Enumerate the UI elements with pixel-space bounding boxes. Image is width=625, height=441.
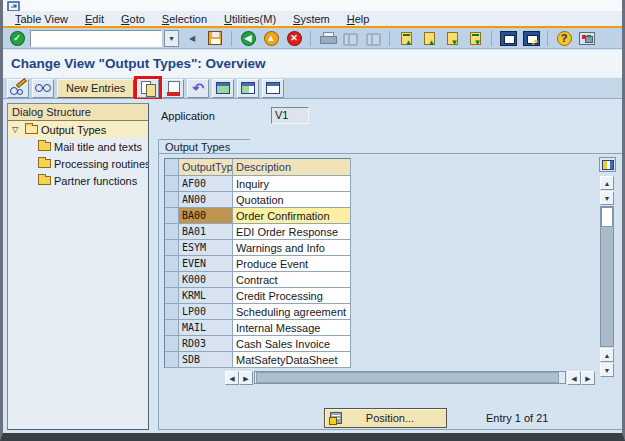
outputtype-cell[interactable]: RD03	[179, 336, 233, 352]
select-all-header-cell[interactable]	[165, 159, 179, 176]
menu-goto[interactable]: Goto	[121, 13, 145, 25]
save-button[interactable]	[205, 29, 225, 48]
description-cell[interactable]: Cash Sales Invoice	[233, 336, 351, 352]
last-page-button[interactable]: ▼	[465, 29, 485, 48]
row-select-cell[interactable]	[165, 256, 179, 272]
description-cell[interactable]: Produce Event	[233, 256, 351, 272]
first-page-button[interactable]: ▲	[396, 29, 416, 48]
select-block-button[interactable]	[237, 79, 259, 98]
menu-edit[interactable]: Edit	[85, 13, 104, 25]
create-shortcut-button[interactable]: ↗	[521, 29, 541, 48]
description-cell[interactable]: EDI Order Response	[233, 224, 351, 240]
scroll-down-button[interactable]: ▼	[600, 191, 614, 205]
outputtype-cell[interactable]: AF00	[179, 176, 233, 192]
tree-item-partner-functions[interactable]: Partner functions	[8, 172, 148, 189]
outputtype-cell[interactable]: KRML	[179, 288, 233, 304]
tree-expander-icon[interactable]: ▽	[12, 125, 22, 134]
find-next-button[interactable]	[363, 29, 383, 48]
delete-icon	[167, 81, 180, 96]
exit-button[interactable]: ▲	[261, 29, 281, 48]
row-select-cell[interactable]	[165, 240, 179, 256]
description-cell[interactable]: Quotation	[233, 192, 351, 208]
scroll-right-button[interactable]: ▶	[239, 371, 253, 385]
tree-item-mail-title[interactable]: Mail title and texts	[8, 138, 148, 155]
menu-system[interactable]: System	[293, 13, 330, 25]
row-select-cell[interactable]	[165, 352, 179, 368]
outputtype-cell[interactable]: EVEN	[179, 256, 233, 272]
scroll-up-button-bottom[interactable]: ▲	[600, 348, 614, 362]
row-select-cell[interactable]	[165, 176, 179, 192]
cancel-button[interactable]: ✕	[284, 29, 304, 48]
outputtype-cell[interactable]: ESYM	[179, 240, 233, 256]
customize-layout-button[interactable]	[577, 29, 597, 48]
description-cell[interactable]: MatSafetyDataSheet	[233, 352, 351, 368]
row-select-cell[interactable]	[165, 272, 179, 288]
description-cell[interactable]: Credit Processing	[233, 288, 351, 304]
description-cell[interactable]: Order Confirmation	[233, 208, 351, 224]
output-types-tab[interactable]: Output Types	[158, 139, 262, 154]
back-button[interactable]: ◀	[238, 29, 258, 48]
scroll-left-button[interactable]: ◀	[225, 371, 239, 385]
menu-selection[interactable]: Selection	[162, 13, 207, 25]
description-cell[interactable]: Inquiry	[233, 176, 351, 192]
menu-help[interactable]: Help	[347, 13, 370, 25]
horizontal-scrollbar-thumb[interactable]	[256, 372, 559, 383]
delete-button[interactable]	[162, 79, 184, 98]
row-select-cell[interactable]	[165, 288, 179, 304]
description-cell[interactable]: Scheduling agreement	[233, 304, 351, 320]
print-button[interactable]	[317, 29, 337, 48]
copy-as-button[interactable]	[137, 79, 159, 98]
scroll-left-button-right[interactable]: ◀	[567, 371, 581, 385]
outputtype-cell[interactable]: MAIL	[179, 320, 233, 336]
row-select-cell[interactable]	[165, 336, 179, 352]
horizontal-scrollbar-track[interactable]	[254, 371, 566, 384]
vertical-scrollbar-thumb[interactable]	[601, 207, 613, 227]
collapse-button[interactable]: ◀	[182, 29, 202, 48]
next-page-button[interactable]: ▼	[442, 29, 462, 48]
scroll-right-button-right[interactable]: ▶	[581, 371, 595, 385]
new-entries-button[interactable]: New Entries	[57, 79, 134, 98]
row-select-cell[interactable]	[165, 208, 179, 224]
row-select-cell[interactable]	[165, 320, 179, 336]
description-cell[interactable]: Warnings and Info	[233, 240, 351, 256]
command-dropdown-button[interactable]: ▾	[164, 30, 179, 47]
table-row: BA01EDI Order Response	[165, 224, 351, 240]
outputtype-cell[interactable]: BA00	[179, 208, 233, 224]
row-select-cell[interactable]	[165, 192, 179, 208]
position-button[interactable]: Position...	[324, 408, 447, 428]
outputtype-cell[interactable]: K000	[179, 272, 233, 288]
help-button[interactable]: ?	[554, 29, 574, 48]
scroll-down-button-bottom[interactable]: ▼	[600, 363, 614, 377]
outputtype-cell[interactable]: BA01	[179, 224, 233, 240]
tree-item-output-types[interactable]: ▽ Output Types	[8, 121, 148, 138]
application-value-field[interactable]: V1	[271, 107, 309, 124]
row-select-cell[interactable]	[165, 304, 179, 320]
row-select-cell[interactable]	[165, 224, 179, 240]
command-input[interactable]	[30, 30, 162, 47]
select-all-button[interactable]	[212, 79, 234, 98]
undo-change-button[interactable]: ↶	[187, 79, 209, 98]
previous-page-button[interactable]: ▲	[419, 29, 439, 48]
outputtype-cell[interactable]: AN00	[179, 192, 233, 208]
table-settings-button[interactable]	[599, 157, 616, 172]
menu-utilities[interactable]: Utilities(M)	[224, 13, 276, 25]
output-types-groupbox: OutputType Description AF00Inquiry AN00Q…	[158, 153, 624, 430]
new-session-button[interactable]	[498, 29, 518, 48]
deselect-all-button[interactable]	[262, 79, 284, 98]
enter-button[interactable]: ✓	[7, 29, 27, 48]
scroll-up-button[interactable]: ▲	[600, 176, 614, 190]
outputtype-cell[interactable]: LP00	[179, 304, 233, 320]
column-header-description[interactable]: Description	[233, 159, 351, 176]
page-title: Change View "Output Types": Overview	[11, 56, 266, 71]
column-header-outputtype[interactable]: OutputType	[179, 159, 233, 176]
tree-item-processing-routines[interactable]: Processing routines	[8, 155, 148, 172]
table-row: MAILInternal Message	[165, 320, 351, 336]
description-cell[interactable]: Internal Message	[233, 320, 351, 336]
toggle-display-change-button[interactable]	[7, 79, 29, 98]
description-cell[interactable]: Contract	[233, 272, 351, 288]
outputtype-cell[interactable]: SDB	[179, 352, 233, 368]
find-button[interactable]	[340, 29, 360, 48]
menu-table-view[interactable]: Table View	[15, 13, 68, 25]
display-button[interactable]	[32, 79, 54, 98]
vertical-scrollbar-track[interactable]	[600, 206, 614, 347]
